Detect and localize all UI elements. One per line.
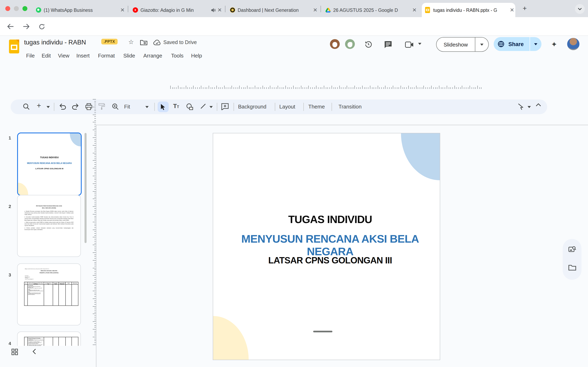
zoom-icon[interactable] xyxy=(112,103,119,110)
reload-icon[interactable] xyxy=(36,21,47,32)
pen-pointer-icon[interactable] xyxy=(518,103,523,110)
grid-view-icon[interactable] xyxy=(11,348,19,356)
thumb-paragraph: c. Waktu pengumpulan matrik RABN ke Kola… xyxy=(25,222,73,227)
forward-icon[interactable] xyxy=(21,21,31,32)
menu-tools[interactable]: Tools xyxy=(168,51,186,60)
version-history-icon[interactable] xyxy=(363,40,373,49)
text-box-tool[interactable]: TT xyxy=(173,102,179,110)
anonymous-collaborator-avatar[interactable] xyxy=(345,39,355,49)
slideshow-dropdown-caret[interactable] xyxy=(475,43,488,45)
thumb-title2: BELA NEGARA (RABN) xyxy=(17,207,80,209)
tab-youtube[interactable]: Giazotto: Adagio in G Min ✕ xyxy=(130,3,223,17)
browser-navbar: docs.google.com/presentation/d/1jkn7Udsy… xyxy=(0,17,588,36)
image-search-icon[interactable] xyxy=(568,245,576,254)
slide-thumbnail-2[interactable]: PETUNJUK PENYUSUNAN RENCANA AKSI BELA NE… xyxy=(17,195,81,257)
tab-drive[interactable]: 26 AGUSTUS 2025 - Google D ✕ xyxy=(323,3,418,17)
decor-quarter-circle-blue xyxy=(401,133,440,180)
line-tool[interactable] xyxy=(200,103,206,109)
window-zoom-button[interactable] xyxy=(22,6,27,11)
thumb-paragraph: b. Kemudian implementasikan RABN Saudara… xyxy=(25,216,73,221)
slide-thumbnail-4[interactable]: 2 Kesadaran Berbangsa dan bernegara: a. … xyxy=(17,332,81,346)
star-document-icon[interactable]: ☆ xyxy=(127,38,135,46)
tab-slides-active[interactable]: tugas individu - RABN.pptx - G ✕ xyxy=(422,3,515,17)
tab-divider xyxy=(128,6,128,12)
insert-comment-icon[interactable] xyxy=(221,103,229,110)
menu-arrange[interactable]: Arrange xyxy=(140,51,165,60)
zoom-caret[interactable] xyxy=(145,106,149,108)
move-to-folder-icon[interactable] xyxy=(140,39,148,46)
hide-menus-chevron-icon[interactable] xyxy=(536,103,541,106)
close-icon[interactable]: ✕ xyxy=(411,7,418,13)
google-slides-favicon xyxy=(422,7,433,13)
share-button[interactable]: Share xyxy=(494,37,541,51)
slides-logo[interactable] xyxy=(9,40,19,53)
thumb-table: No. Nilai Dasar Bela Negara dan Indikato… xyxy=(24,282,78,306)
slide-title-line1[interactable]: TUGAS INDIVIDU xyxy=(217,213,443,226)
window-close-button[interactable] xyxy=(5,6,10,11)
back-icon[interactable] xyxy=(5,21,16,32)
side-panel-pill xyxy=(563,239,581,280)
filmstrip-scrollbar[interactable] xyxy=(85,133,86,243)
close-icon[interactable]: ✕ xyxy=(216,7,223,13)
anonymous-collaborator-avatar[interactable] xyxy=(330,39,340,49)
slide-thumbnail-1[interactable]: TUGAS INDIVIDU MENYUSUN RENCANA AKSI BEL… xyxy=(17,133,82,196)
tab-title: 26 AGUSTUS 2025 - Google D xyxy=(333,8,411,12)
slide-title-line2[interactable]: MENYUSUN RENCANA AKSI BELA NEGARA xyxy=(217,233,443,258)
toolbar-divider xyxy=(332,103,332,111)
slide-canvas-page[interactable]: TUGAS INDIVIDU MENYUSUN RENCANA AKSI BEL… xyxy=(213,133,440,360)
tab-title: Giazotto: Adagio in G Min xyxy=(140,8,211,12)
thumb-line2: MENYUSUN RENCANA AKSI BELA NEGARA xyxy=(18,162,81,164)
tab-search-chevron[interactable] xyxy=(575,4,585,14)
tab-whatsapp[interactable]: (1) WhatsApp Business ✕ xyxy=(33,3,126,17)
background-button[interactable]: Background xyxy=(238,104,267,110)
thumb-field: Lokasi Penyelenggaraan : xyxy=(25,278,34,280)
thumb-paragraph: d. Kriteria penilaian meliputi ketepatan… xyxy=(25,227,73,231)
menu-file[interactable]: File xyxy=(23,51,38,60)
close-icon[interactable]: ✕ xyxy=(509,7,515,13)
folder-icon[interactable] xyxy=(568,263,576,272)
menu-format[interactable]: Format xyxy=(95,51,118,60)
gemini-sparkle-icon[interactable]: ✦ xyxy=(550,39,559,49)
account-avatar[interactable] xyxy=(567,38,579,50)
select-tool-active[interactable] xyxy=(158,101,169,112)
decor-quarter-circle-blue xyxy=(70,133,81,146)
close-icon[interactable]: ✕ xyxy=(312,7,319,13)
filmstrip-panel: 1 TUGAS INDIVIDU MENYUSUN RENCANA AKSI B… xyxy=(0,80,96,346)
slide-number: 3 xyxy=(7,272,13,277)
pen-pointer-caret[interactable] xyxy=(527,106,531,108)
window-minimize-button[interactable] xyxy=(14,6,19,11)
share-dropdown-caret[interactable] xyxy=(530,43,541,45)
tab-audio-icon[interactable] xyxy=(211,8,216,12)
layout-button[interactable]: Layout xyxy=(279,104,295,110)
menu-view[interactable]: View xyxy=(55,51,72,60)
theme-button[interactable]: Theme xyxy=(308,104,325,110)
youtube-favicon xyxy=(130,7,140,13)
slide-number: 1 xyxy=(7,135,13,140)
meet-camera-icon[interactable] xyxy=(404,40,414,49)
comments-icon[interactable] xyxy=(383,40,393,49)
slide-thumbnail-3[interactable]: Adapun contoh bentuk rencana aksi pesert… xyxy=(17,263,81,325)
collapse-filmstrip-chevron-icon[interactable] xyxy=(30,347,38,356)
zoom-select[interactable]: Fit xyxy=(124,104,130,110)
slide-title-line3[interactable]: LATSAR CPNS GOLONGAN III xyxy=(217,255,443,266)
menu-help[interactable]: Help xyxy=(188,51,205,60)
new-tab-button[interactable]: + xyxy=(520,4,529,13)
menu-edit[interactable]: Edit xyxy=(39,51,54,60)
shape-tool[interactable] xyxy=(186,103,194,110)
menu-insert[interactable]: Insert xyxy=(73,51,93,60)
camera-dropdown-caret[interactable] xyxy=(418,43,421,45)
slideshow-button[interactable]: Slideshow xyxy=(436,37,489,52)
thumb-title: RENCANA AKSI BELA NEGARA xyxy=(17,270,80,272)
notes-resize-handle[interactable] xyxy=(313,331,332,332)
tab-title: (1) WhatsApp Business xyxy=(44,8,119,12)
tab-dashboard[interactable]: Dashboard | Next Generation ✕ xyxy=(227,3,319,17)
paint-format-icon[interactable] xyxy=(98,103,105,110)
menu-slide[interactable]: Slide xyxy=(121,51,138,60)
toolbar-divider xyxy=(217,103,217,111)
document-title[interactable]: tugas individu - RABN xyxy=(24,39,86,46)
tab-divider xyxy=(320,6,321,12)
close-icon[interactable]: ✕ xyxy=(119,7,126,13)
line-tool-caret[interactable] xyxy=(209,106,213,108)
pptx-badge: .PPTX xyxy=(101,39,117,44)
transition-button[interactable]: Transition xyxy=(338,104,362,110)
